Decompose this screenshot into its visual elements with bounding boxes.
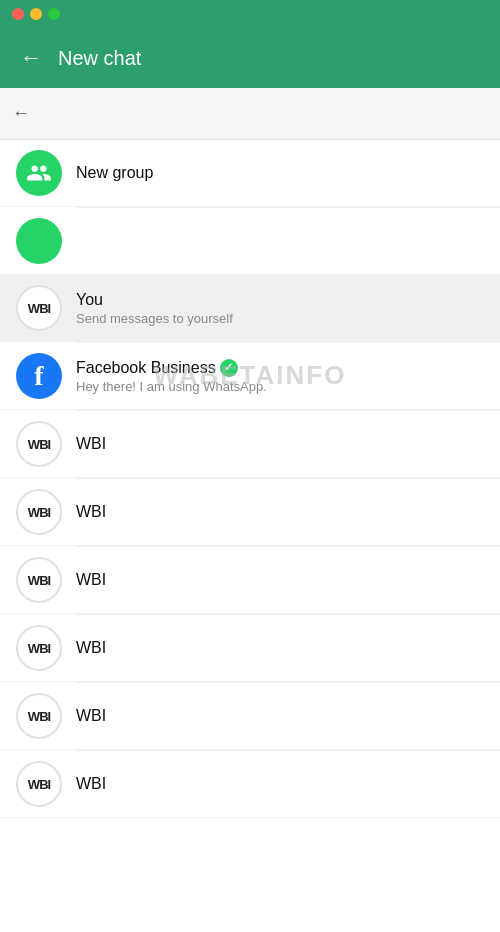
contact-name: You bbox=[76, 291, 484, 309]
contact-info: WBI bbox=[76, 707, 484, 725]
contact-name: WBI bbox=[76, 571, 484, 589]
dot-red bbox=[12, 8, 24, 20]
contact-status: Send messages to yourself bbox=[76, 311, 484, 326]
avatar: WBI bbox=[16, 421, 62, 467]
avatar: WBI bbox=[16, 285, 62, 331]
avatar: WBI bbox=[16, 625, 62, 671]
search-back-button[interactable]: ← bbox=[12, 103, 30, 124]
list-item[interactable]: New group bbox=[0, 140, 500, 207]
list-item[interactable]: WBI WBI bbox=[0, 411, 500, 478]
avatar: WBI bbox=[16, 693, 62, 739]
contact-status: Hey there! I am using WhatsApp. bbox=[76, 379, 484, 394]
contact-info: New group bbox=[76, 164, 484, 182]
contact-info: WBI bbox=[76, 775, 484, 793]
avatar bbox=[16, 218, 62, 264]
title-bar bbox=[0, 0, 500, 28]
contact-info: WBI bbox=[76, 639, 484, 657]
verified-badge: ✓ bbox=[220, 359, 238, 377]
list-item[interactable]: f Facebook Business✓ Hey there! I am usi… bbox=[0, 343, 500, 410]
avatar: WBI bbox=[16, 557, 62, 603]
list-item[interactable]: WBI WBI bbox=[0, 683, 500, 750]
contact-name: WBI bbox=[76, 775, 484, 793]
contact-list: New group WBI You Send messages to yours… bbox=[0, 140, 500, 932]
contact-info: WBI bbox=[76, 435, 484, 453]
list-item[interactable]: WBI WBI bbox=[0, 479, 500, 546]
list-item[interactable]: WBI You Send messages to yourself bbox=[0, 275, 500, 342]
avatar: WBI bbox=[16, 489, 62, 535]
contact-name: WBI bbox=[76, 503, 484, 521]
contact-name: WBI bbox=[76, 707, 484, 725]
avatar: WBI bbox=[16, 761, 62, 807]
contact-name: Facebook Business✓ bbox=[76, 359, 484, 377]
list-item[interactable] bbox=[0, 208, 500, 275]
search-input[interactable] bbox=[40, 105, 488, 123]
contact-name: WBI bbox=[76, 435, 484, 453]
contact-name: WBI bbox=[76, 639, 484, 657]
avatar: f bbox=[16, 353, 62, 399]
contact-info: WBI bbox=[76, 571, 484, 589]
dot-yellow bbox=[30, 8, 42, 20]
contact-info: WBI bbox=[76, 503, 484, 521]
list-item[interactable]: WBI WBI bbox=[0, 547, 500, 614]
contact-name: New group bbox=[76, 164, 484, 182]
page-title: New chat bbox=[58, 47, 141, 70]
contact-info: You Send messages to yourself bbox=[76, 291, 484, 326]
search-bar: ← bbox=[0, 88, 500, 140]
list-item[interactable]: WBI WBI bbox=[0, 751, 500, 818]
contact-info: Facebook Business✓ Hey there! I am using… bbox=[76, 359, 484, 394]
header: ← New chat bbox=[0, 28, 500, 88]
back-button[interactable]: ← bbox=[20, 45, 42, 71]
avatar bbox=[16, 150, 62, 196]
dot-green bbox=[48, 8, 60, 20]
list-item[interactable]: WBI WBI bbox=[0, 615, 500, 682]
